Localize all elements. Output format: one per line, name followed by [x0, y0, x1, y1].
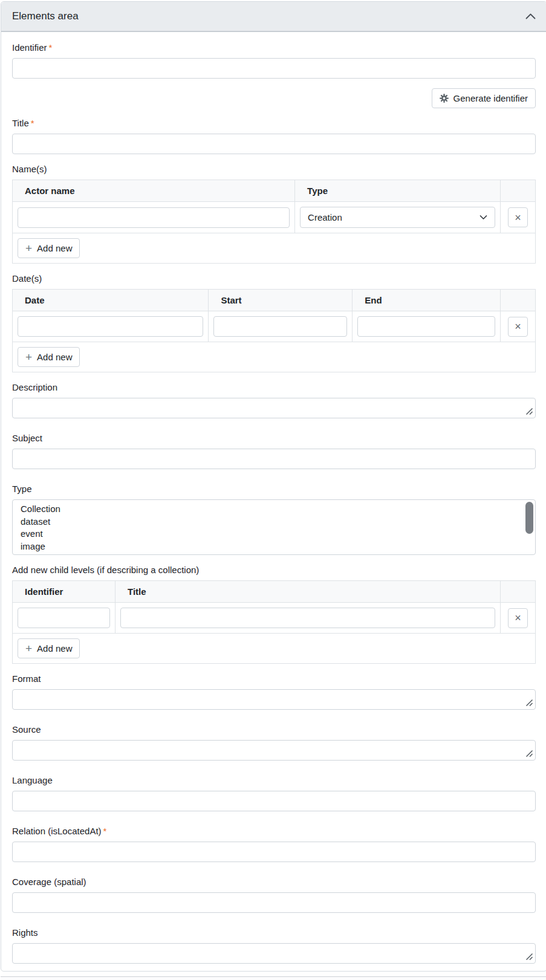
type-label: Type — [12, 484, 536, 494]
resize-handle-icon[interactable] — [525, 953, 533, 961]
date-input[interactable] — [18, 316, 203, 337]
close-icon: × — [515, 321, 521, 332]
source-textarea[interactable] — [12, 740, 536, 761]
child-levels-add-new-button[interactable]: + Add new — [18, 638, 80, 658]
description-label: Description — [12, 382, 536, 392]
title-field: Title* — [12, 118, 536, 154]
description-field: Description — [12, 382, 536, 418]
chevron-down-icon — [479, 215, 487, 220]
source-label: Source — [12, 724, 536, 735]
end-date-input[interactable] — [357, 316, 495, 337]
dates-col-start: Start — [209, 290, 353, 311]
names-field: Name(s) Actor name Type Creation — [12, 164, 536, 264]
child-levels-table: Identifier Title × + Add new — [12, 580, 536, 664]
type-option[interactable]: dataset — [13, 516, 535, 528]
dates-add-new-button[interactable]: + Add new — [18, 347, 80, 367]
title-label: Title* — [12, 118, 536, 128]
format-textarea[interactable] — [12, 689, 536, 710]
delete-row-button[interactable]: × — [508, 207, 528, 227]
type-listbox[interactable]: Collection dataset event image interacti… — [12, 499, 536, 555]
dates-field: Date(s) Date Start End × — [12, 273, 536, 372]
table-row: Creation × — [13, 202, 536, 233]
names-add-new-label: Add new — [37, 243, 72, 253]
coverage-field: Coverage (spatial) — [12, 877, 536, 913]
dates-add-new-label: Add new — [37, 352, 72, 362]
names-table: Actor name Type Creation — [12, 180, 536, 264]
child-col-identifier: Identifier — [13, 581, 115, 603]
chevron-up-icon[interactable] — [525, 13, 536, 20]
type-option[interactable]: Collection — [13, 503, 535, 516]
table-row: × — [13, 603, 536, 634]
subject-label: Subject — [12, 433, 536, 443]
child-levels-label: Add new child levels (if describing a co… — [12, 565, 536, 575]
name-type-select[interactable]: Creation — [300, 207, 495, 228]
generate-identifier-button[interactable]: Generate identifier — [432, 88, 536, 108]
listbox-scrollbar-thumb[interactable] — [525, 502, 533, 534]
resize-handle-icon[interactable] — [525, 699, 533, 707]
child-levels-add-new-label: Add new — [37, 643, 72, 654]
next-panel-edge — [1, 976, 546, 980]
relation-input[interactable] — [12, 842, 536, 862]
panel-body: Identifier* Generate identifier — [1, 32, 546, 971]
identifier-label: Identifier* — [12, 42, 536, 53]
panel-title: Elements area — [12, 10, 79, 22]
coverage-label: Coverage (spatial) — [12, 877, 536, 887]
delete-row-button[interactable]: × — [508, 608, 528, 628]
plus-icon: + — [25, 351, 32, 363]
dates-col-date: Date — [13, 290, 209, 311]
type-field: Type Collection dataset event image inte… — [12, 484, 536, 555]
dates-table: Date Start End × + — [12, 289, 536, 372]
type-option[interactable]: event — [13, 528, 535, 540]
subject-input[interactable] — [12, 449, 536, 469]
actor-name-input[interactable] — [18, 207, 290, 228]
title-input[interactable] — [12, 134, 536, 154]
names-label: Name(s) — [12, 164, 536, 174]
dates-col-actions — [501, 290, 536, 311]
rights-textarea[interactable] — [12, 943, 536, 964]
coverage-input[interactable] — [12, 892, 536, 913]
relation-field: Relation (isLocatedAt)* — [12, 826, 536, 862]
close-icon: × — [515, 612, 521, 623]
language-label: Language — [12, 775, 536, 785]
child-levels-field: Add new child levels (if describing a co… — [12, 565, 536, 664]
elements-area-panel: Elements area Identifier* — [1, 1, 546, 972]
dates-col-end: End — [353, 290, 501, 311]
child-identifier-input[interactable] — [18, 608, 110, 628]
delete-row-button[interactable]: × — [508, 317, 528, 337]
plus-icon: + — [25, 242, 32, 254]
identifier-input[interactable] — [12, 58, 536, 79]
child-title-input[interactable] — [120, 608, 495, 628]
format-field: Format — [12, 673, 536, 710]
generate-identifier-label: Generate identifier — [453, 93, 528, 103]
table-row: × — [13, 311, 536, 342]
names-add-new-button[interactable]: + Add new — [18, 238, 80, 258]
required-marker: * — [31, 118, 34, 128]
start-date-input[interactable] — [213, 316, 347, 337]
panel-header[interactable]: Elements area — [1, 2, 546, 32]
resize-handle-icon[interactable] — [525, 750, 533, 758]
language-input[interactable] — [12, 791, 536, 811]
subject-field: Subject — [12, 433, 536, 469]
rights-label: Rights — [12, 927, 536, 938]
type-option[interactable]: image — [13, 540, 535, 553]
relation-label: Relation (isLocatedAt)* — [12, 826, 536, 836]
resize-handle-icon[interactable] — [525, 407, 533, 415]
language-field: Language — [12, 775, 536, 811]
source-field: Source — [12, 724, 536, 761]
required-marker: * — [49, 42, 53, 53]
required-marker: * — [103, 826, 107, 836]
close-icon: × — [515, 212, 521, 223]
plus-icon: + — [25, 643, 32, 654]
type-option[interactable]: interactive resource — [13, 553, 535, 555]
names-col-actions — [501, 180, 536, 202]
format-label: Format — [12, 673, 536, 684]
rights-field: Rights — [12, 927, 536, 964]
gear-icon — [440, 94, 449, 103]
child-col-actions — [501, 581, 536, 603]
identifier-field: Identifier* Generate identifier — [12, 42, 536, 108]
description-textarea[interactable] — [12, 398, 536, 418]
names-col-type: Type — [295, 180, 501, 202]
child-col-title: Title — [115, 581, 501, 603]
name-type-selected-value: Creation — [308, 212, 342, 222]
names-col-actor-name: Actor name — [13, 180, 295, 202]
